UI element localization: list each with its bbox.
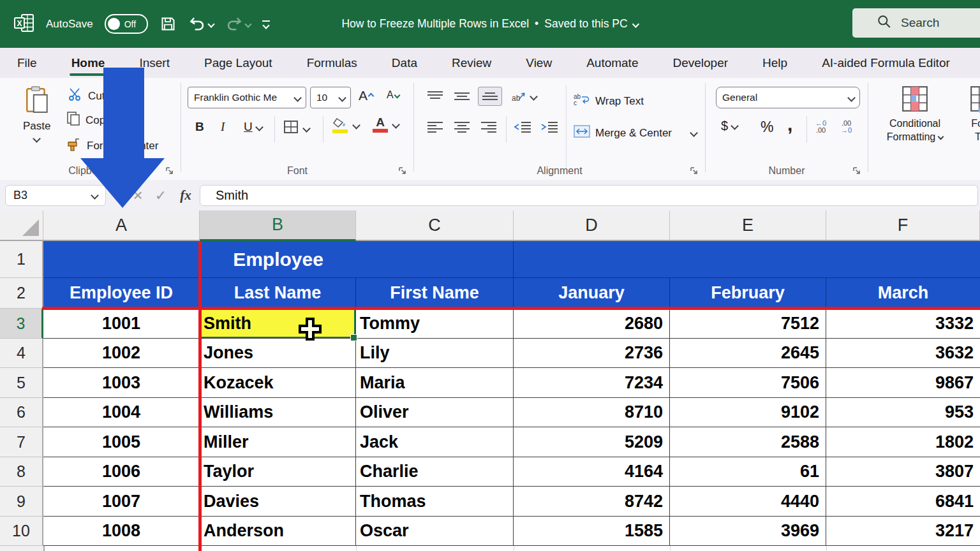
row-header-8[interactable]: 8 xyxy=(0,457,43,487)
undo-button[interactable] xyxy=(188,16,214,33)
increase-indent-button[interactable] xyxy=(540,121,558,133)
row-header-2[interactable]: 2 xyxy=(0,278,43,309)
font-dialog-launcher[interactable] xyxy=(398,166,407,175)
row-header-4[interactable]: 4 xyxy=(0,339,43,368)
cell-E11[interactable] xyxy=(671,546,827,551)
increase-decimal-button[interactable]: ←0 .00 xyxy=(815,120,826,134)
cell-E5[interactable]: 7506 xyxy=(670,368,826,398)
cell-E6[interactable]: 9102 xyxy=(670,398,826,427)
currency-dropdown-icon[interactable] xyxy=(731,122,739,130)
row-header-9[interactable]: 9 xyxy=(0,487,43,517)
excel-logo-icon[interactable]: X xyxy=(14,13,34,35)
cell-A2[interactable]: Employee ID xyxy=(43,278,200,309)
number-dialog-launcher[interactable] xyxy=(852,166,861,175)
insert-function-icon[interactable]: fx xyxy=(175,185,197,206)
copy-button[interactable]: Copy xyxy=(66,111,111,129)
cell-B10[interactable]: Anderson xyxy=(200,517,356,546)
cell-A5[interactable]: 1003 xyxy=(43,368,200,398)
cell-A1-merged-title[interactable]: Employee xyxy=(43,241,514,278)
cell-F7[interactable]: 1802 xyxy=(826,427,980,457)
orientation-dropdown-icon[interactable] xyxy=(530,92,538,101)
cell-A4[interactable]: 1002 xyxy=(43,339,200,368)
cell-F2[interactable]: March xyxy=(826,278,980,309)
cell-E9[interactable]: 4440 xyxy=(670,487,826,517)
cell-E4[interactable]: 2645 xyxy=(670,339,826,368)
tab-data[interactable]: Data xyxy=(375,48,434,78)
font-name-select[interactable]: Franklin Gothic Me xyxy=(188,87,306,108)
column-header-B[interactable]: B xyxy=(200,210,356,241)
tab-developer[interactable]: Developer xyxy=(655,48,745,78)
cut-button[interactable]: Cut xyxy=(68,87,105,105)
saved-status-chevron-icon[interactable] xyxy=(632,20,639,27)
tab-page-layout[interactable]: Page Layout xyxy=(187,48,290,78)
cell-B5[interactable]: Kozacek xyxy=(200,368,356,398)
cell-B6[interactable]: Williams xyxy=(200,398,356,427)
tab-insert[interactable]: Insert xyxy=(122,48,187,78)
cell-F9[interactable]: 6841 xyxy=(826,487,980,517)
select-all-corner[interactable] xyxy=(0,210,43,241)
cell-A10[interactable]: 1008 xyxy=(43,517,200,546)
row-header-10[interactable]: 10 xyxy=(0,517,43,546)
align-middle-button[interactable] xyxy=(454,91,470,102)
align-top-button[interactable] xyxy=(427,91,443,102)
cell-E7[interactable]: 2588 xyxy=(670,427,826,457)
row-header-7[interactable]: 7 xyxy=(0,427,43,457)
cell-D5[interactable]: 7234 xyxy=(514,368,670,398)
row-header-3[interactable]: 3 xyxy=(0,309,43,339)
cell-C6[interactable]: Oliver xyxy=(356,398,514,427)
cell-B8[interactable]: Taylor xyxy=(200,457,356,487)
cell-B2[interactable]: Last Name xyxy=(200,278,356,309)
column-header-D[interactable]: D xyxy=(514,210,670,241)
cell-A9[interactable]: 1007 xyxy=(43,487,200,517)
cell-C11[interactable] xyxy=(357,546,514,551)
cell-A8[interactable]: 1006 xyxy=(43,457,200,487)
cell-C3[interactable]: Tommy xyxy=(356,309,514,339)
row-header-11[interactable] xyxy=(0,546,45,551)
tab-view[interactable]: View xyxy=(509,48,569,78)
cell-F11[interactable] xyxy=(827,546,980,551)
tab-file[interactable]: File xyxy=(0,48,54,78)
italic-button[interactable]: I xyxy=(221,120,225,134)
cell-B11[interactable] xyxy=(201,546,357,551)
borders-dropdown-icon[interactable] xyxy=(302,124,311,133)
bold-button[interactable]: B xyxy=(195,120,204,134)
column-header-C[interactable]: C xyxy=(356,210,514,241)
currency-format-button[interactable]: $ xyxy=(721,119,738,133)
underline-button[interactable]: U xyxy=(244,120,262,134)
cell-F6[interactable]: 953 xyxy=(826,398,980,427)
percent-format-button[interactable]: % xyxy=(761,119,773,136)
paste-button[interactable]: Paste xyxy=(23,85,50,142)
cell-D2[interactable]: January xyxy=(514,278,670,309)
column-header-A[interactable]: A xyxy=(43,210,200,241)
font-color-dropdown-icon[interactable] xyxy=(392,121,400,129)
cell-C9[interactable]: Thomas xyxy=(356,487,514,517)
name-box[interactable]: B3 xyxy=(5,185,106,206)
cancel-icon[interactable]: × xyxy=(128,185,148,206)
font-color-button[interactable]: A xyxy=(373,116,399,133)
search-box[interactable]: Search xyxy=(852,8,980,38)
cell-B9[interactable]: Davies xyxy=(200,487,356,517)
alignment-dialog-launcher[interactable] xyxy=(690,166,699,175)
cell-F3[interactable]: 3332 xyxy=(826,309,980,339)
fill-handle[interactable] xyxy=(350,334,357,341)
cell-D3[interactable]: 2680 xyxy=(514,309,670,339)
merge-center-dropdown-icon[interactable] xyxy=(690,129,698,137)
number-format-select[interactable]: General xyxy=(716,87,860,108)
cell-C7[interactable]: Jack xyxy=(356,427,514,457)
cell-F10[interactable]: 3217 xyxy=(826,517,980,546)
align-left-button[interactable] xyxy=(427,121,443,133)
cell-E10[interactable]: 3969 xyxy=(670,517,826,546)
format-painter-button[interactable]: Format Painter xyxy=(66,136,158,155)
cell-A11[interactable] xyxy=(45,546,201,551)
cell-E3[interactable]: 7512 xyxy=(670,309,826,339)
grow-font-button[interactable]: A xyxy=(359,88,373,103)
cell-E2[interactable]: February xyxy=(670,278,826,309)
cell-A7[interactable]: 1005 xyxy=(43,427,200,457)
enter-icon[interactable]: ✓ xyxy=(151,185,171,206)
conditional-formatting-button[interactable]: Conditional Formatting xyxy=(873,84,956,143)
tab-help[interactable]: Help xyxy=(745,48,805,78)
saved-status[interactable]: Saved to this PC xyxy=(544,17,627,31)
tab-home[interactable]: Home xyxy=(54,48,122,78)
cell-D8[interactable]: 4164 xyxy=(514,457,670,487)
cell-C5[interactable]: Maria xyxy=(356,368,514,398)
